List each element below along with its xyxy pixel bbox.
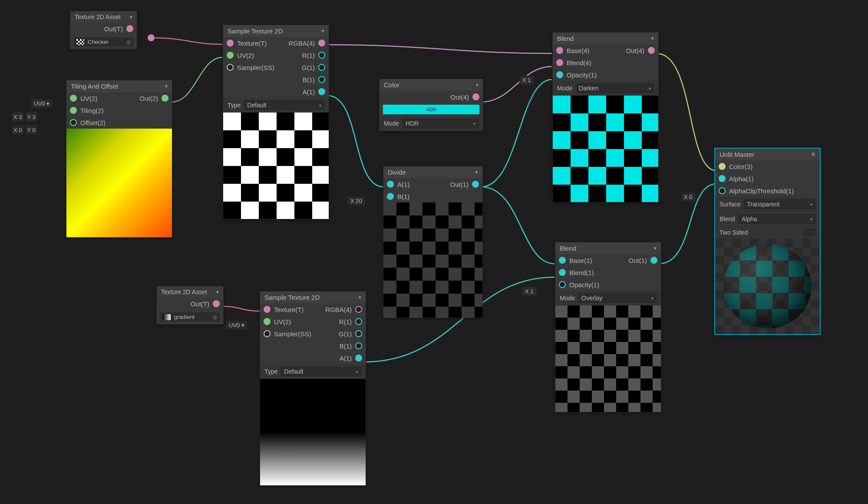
node-title[interactable]: Texture 2D Asset ▾ [157, 286, 223, 298]
node-divide[interactable]: Divide ▾ A(1) Out(1) B(1) [383, 166, 483, 318]
port-tiling[interactable] [70, 107, 77, 114]
title-text: Sample Texture 2D [264, 294, 320, 301]
settings-icon[interactable]: ⚙ [811, 152, 815, 157]
mode-select[interactable]: Overlay▾ [578, 293, 657, 303]
b-value-field[interactable]: X 20 [347, 196, 365, 206]
node-tiling-offset[interactable]: Tiling And Offset ▾ UV(2) Out(2) Tiling(… [66, 80, 172, 238]
mode-select[interactable]: Darken▾ [576, 83, 654, 93]
port-b[interactable] [355, 342, 362, 349]
port-a[interactable] [355, 355, 362, 361]
port-label: Out(T) [104, 25, 123, 33]
node-sample-texture-2[interactable]: Sample Texture 2D ▾ Texture(T) RGBA(4) U… [260, 291, 366, 486]
node-sample-texture-1[interactable]: Sample Texture 2D ▾ Texture(T) RGBA(4) U… [223, 25, 329, 219]
collapse-icon[interactable]: ▾ [322, 28, 324, 34]
mode-label: Mode [560, 295, 575, 302]
port-out[interactable] [126, 25, 133, 32]
offset-y-field[interactable]: Y 0 [26, 125, 37, 135]
type-select[interactable]: Default▾ [244, 100, 324, 110]
port-clip[interactable] [719, 187, 726, 194]
node-title[interactable]: Unlit Master ⚙ [715, 149, 820, 160]
collapse-icon[interactable]: ▾ [476, 82, 479, 88]
collapse-icon[interactable]: ▾ [359, 295, 361, 300]
port-texture[interactable] [227, 40, 234, 46]
node-title[interactable]: Sample Texture 2D ▾ [223, 25, 329, 37]
port-r[interactable] [318, 52, 325, 59]
port-offset[interactable] [70, 119, 77, 126]
port-g[interactable] [355, 330, 362, 337]
title-text: Divide [388, 169, 406, 176]
collapse-icon[interactable]: ▾ [216, 289, 219, 295]
node-title[interactable]: Tiling And Offset ▾ [66, 80, 172, 92]
picker-icon[interactable]: ◎ [126, 39, 131, 45]
port-uv[interactable] [70, 95, 77, 102]
collapse-icon[interactable]: ▾ [654, 245, 657, 251]
mode-label: Mode [384, 120, 399, 127]
port-rgba[interactable] [318, 40, 325, 46]
port-b[interactable] [318, 76, 325, 83]
node-blend-1[interactable]: Blend ▾ Base(4) Out(4) Blend(4) Opacity(… [552, 32, 659, 202]
blend-select[interactable]: Alpha▾ [739, 214, 815, 224]
port-color[interactable] [719, 163, 726, 170]
port-opacity[interactable] [556, 71, 563, 78]
port-rgba[interactable] [355, 306, 362, 313]
uv-pill[interactable]: UV0 ▾ [31, 99, 53, 108]
collapse-icon[interactable]: ▾ [651, 36, 654, 41]
node-texture2d-asset-2[interactable]: Texture 2D Asset ▾ Out(T) gradient ◎ [156, 286, 224, 325]
port-label: Offset(2) [80, 119, 106, 126]
port-blend[interactable] [559, 269, 566, 276]
port-a[interactable] [387, 181, 394, 188]
node-title[interactable]: Blend ▾ [553, 33, 658, 44]
port-base[interactable] [559, 257, 566, 264]
port-out[interactable] [162, 95, 168, 102]
port-uv[interactable] [227, 52, 234, 59]
collapse-icon[interactable]: ▾ [130, 14, 132, 20]
collapse-icon[interactable]: ▾ [475, 169, 478, 175]
port-b[interactable] [387, 193, 394, 200]
uv-pill[interactable]: UV0 ▾ [226, 321, 248, 330]
color-swatch[interactable]: HDR [383, 105, 479, 114]
picker-icon[interactable]: ◎ [213, 314, 217, 320]
collapse-icon[interactable]: ▾ [165, 83, 168, 89]
port-alpha[interactable] [719, 175, 726, 182]
ext-port[interactable] [148, 34, 155, 41]
type-select[interactable]: Default▾ [281, 367, 361, 376]
port-sampler[interactable] [264, 330, 271, 337]
asset-name: gradient [174, 314, 195, 320]
node-title[interactable]: Color ▾ [380, 79, 483, 91]
twosided-toggle[interactable] [803, 229, 815, 236]
port-out[interactable] [472, 93, 479, 100]
port-blend[interactable] [556, 59, 563, 66]
node-title[interactable]: Blend ▾ [555, 242, 661, 254]
port-a[interactable] [318, 88, 325, 95]
port-base[interactable] [556, 47, 563, 54]
asset-picker[interactable]: gradient ◎ [160, 312, 220, 322]
mode-select[interactable]: HDR▾ [403, 119, 479, 128]
asset-picker[interactable]: Checker ◎ [74, 37, 133, 46]
port-sampler[interactable] [227, 64, 234, 71]
tiling-y-field[interactable]: Y 3 [26, 112, 37, 122]
port-g[interactable] [318, 64, 325, 71]
node-title[interactable]: Texture 2D Asset ▾ [70, 11, 137, 23]
opacity-field[interactable]: X 1 [519, 76, 534, 85]
port-out[interactable] [650, 257, 657, 264]
node-texture2d-asset-1[interactable]: Texture 2D Asset ▾ Out(T) Checker ◎ [70, 11, 137, 50]
port-out[interactable] [213, 300, 220, 307]
port-r[interactable] [355, 318, 362, 325]
port-out[interactable] [472, 181, 479, 188]
offset-x-field[interactable]: X 0 [12, 125, 24, 135]
port-out[interactable] [648, 47, 655, 54]
port-opacity[interactable] [559, 281, 566, 288]
tiling-x-field[interactable]: X 3 [12, 112, 24, 122]
opacity-field[interactable]: X 1 [522, 287, 537, 296]
port-uv[interactable] [264, 318, 271, 325]
title-text: Sample Texture 2D [228, 27, 283, 35]
surface-select[interactable]: Transparent▾ [744, 199, 815, 209]
node-color[interactable]: Color ▾ Out(4) HDR Mode HDR▾ [379, 79, 483, 131]
port-texture[interactable] [264, 306, 271, 313]
shader-graph-canvas[interactable]: Texture 2D Asset ▾ Out(T) Checker ◎ Tili… [0, 0, 868, 504]
node-title[interactable]: Sample Texture 2D ▾ [260, 292, 366, 303]
node-unlit-master[interactable]: Unlit Master ⚙ Color(3) Alpha(1) AlphaCl… [714, 148, 821, 335]
clip-value-field[interactable]: X 0 [681, 192, 696, 202]
node-blend-2[interactable]: Blend ▾ Base(1) Out(1) Blend(1) Opacity(… [555, 242, 661, 412]
node-title[interactable]: Divide ▾ [383, 166, 482, 178]
